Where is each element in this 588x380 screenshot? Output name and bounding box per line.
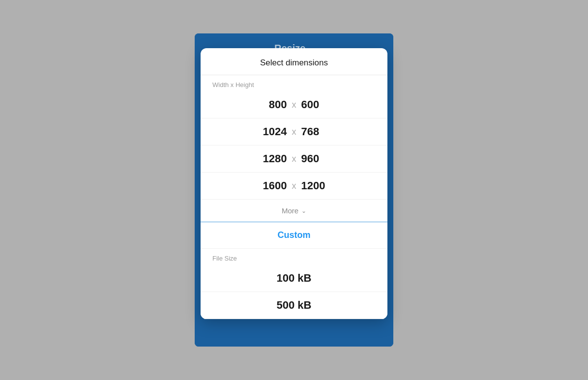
dim-height: 1200 — [301, 179, 331, 192]
file-size-section: File Size 100 kB500 kB — [201, 249, 387, 319]
dim-x-separator: x — [292, 154, 296, 164]
modal-title: Select dimensions — [260, 58, 328, 67]
dim-width: 1280 — [258, 152, 287, 165]
dimension-rows-container: 800 x 600 1024 x 768 1280 x 960 1600 x 1… — [201, 91, 387, 200]
modal-overlay: Select dimensions Width x Height 800 x 6… — [195, 33, 393, 347]
filesize-row[interactable]: 100 kB — [201, 265, 387, 292]
dimension-row[interactable]: 1600 x 1200 — [201, 173, 387, 200]
dim-height: 600 — [301, 98, 331, 111]
dim-height: 960 — [301, 152, 331, 165]
filesize-value: 500 kB — [277, 299, 312, 312]
filesize-row[interactable]: 500 kB — [201, 292, 387, 319]
dim-x-separator: x — [292, 100, 296, 110]
dimension-row[interactable]: 1280 x 960 — [201, 146, 387, 173]
dim-width: 1600 — [258, 179, 287, 192]
dimension-row[interactable]: 1024 x 768 — [201, 118, 387, 146]
file-size-label: File Size — [201, 249, 387, 265]
dim-width: 1024 — [258, 125, 287, 138]
modal-header: Select dimensions — [201, 48, 387, 75]
dim-width: 800 — [258, 98, 287, 111]
more-text: More — [282, 206, 298, 215]
custom-row[interactable]: Custom — [201, 222, 387, 249]
select-dimensions-modal: Select dimensions Width x Height 800 x 6… — [201, 48, 387, 319]
file-size-rows-container: 100 kB500 kB — [201, 265, 387, 319]
filesize-value: 100 kB — [277, 272, 312, 285]
more-row[interactable]: More ⌄ — [201, 200, 387, 222]
dim-x-separator: x — [292, 181, 296, 191]
custom-text: Custom — [278, 230, 311, 240]
dimensions-label: Width x Height — [201, 75, 387, 91]
dimensions-section: Width x Height 800 x 600 1024 x 768 1280… — [201, 75, 387, 249]
dimension-row[interactable]: 800 x 600 — [201, 91, 387, 118]
dim-height: 768 — [301, 125, 331, 138]
chevron-down-icon: ⌄ — [301, 207, 306, 214]
dim-x-separator: x — [292, 127, 296, 137]
